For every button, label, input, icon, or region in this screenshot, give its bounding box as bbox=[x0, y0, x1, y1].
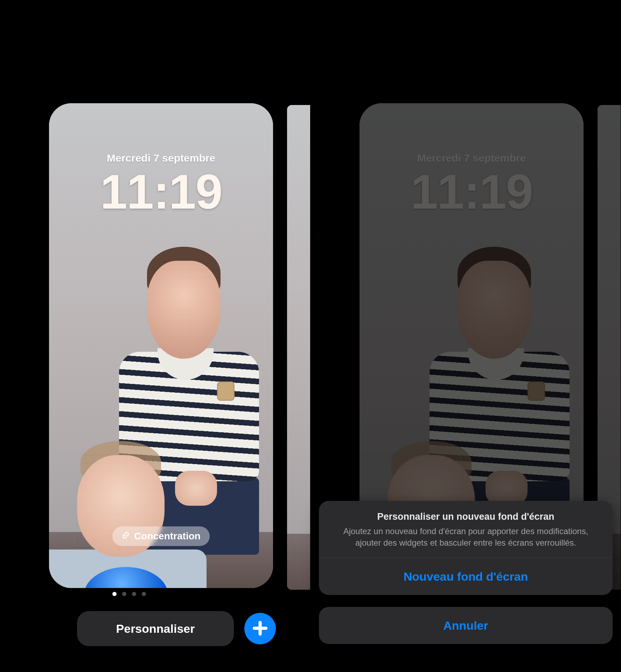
add-wallpaper-button[interactable] bbox=[244, 613, 276, 644]
page-indicator bbox=[112, 592, 146, 596]
lockscreen-preview[interactable]: Mercredi 7 septembre 11:19 Concentration bbox=[49, 103, 273, 588]
page-dot bbox=[132, 592, 136, 596]
customize-button[interactable]: Personnaliser bbox=[77, 611, 234, 646]
wallpaper-gallery-view-with-sheet: Mercredi 7 septembre 11:19 Personnaliser… bbox=[310, 0, 621, 672]
new-wallpaper-button-label: Nouveau fond d'écran bbox=[404, 570, 528, 583]
page-dot bbox=[142, 592, 146, 596]
action-sheet: Personnaliser un nouveau fond d'écran Aj… bbox=[319, 501, 613, 595]
page-dot bbox=[112, 592, 117, 596]
customize-button-label: Personnaliser bbox=[116, 622, 195, 636]
page-dot bbox=[122, 592, 126, 596]
wallpaper-gallery-view: Mercredi 7 septembre 11:19 Concentration bbox=[0, 0, 310, 672]
lockscreen-date: Mercredi 7 septembre bbox=[107, 152, 215, 164]
focus-link-label: Concentration bbox=[134, 531, 201, 542]
cancel-button[interactable]: Annuler bbox=[319, 607, 613, 644]
bottom-toolbar: Personnaliser bbox=[77, 609, 289, 648]
action-sheet-description: Ajoutez un nouveau fond d'écran pour app… bbox=[331, 526, 601, 548]
plus-icon bbox=[252, 617, 268, 640]
new-wallpaper-button[interactable]: Nouveau fond d'écran bbox=[319, 558, 613, 595]
action-sheet-header: Personnaliser un nouveau fond d'écran Aj… bbox=[319, 501, 613, 558]
lockscreen-time: 11:19 bbox=[100, 163, 222, 220]
link-icon bbox=[121, 531, 130, 542]
focus-link-chip[interactable]: Concentration bbox=[112, 526, 210, 546]
cancel-button-label: Annuler bbox=[443, 619, 488, 632]
lockscreen-preview-next[interactable] bbox=[287, 105, 310, 590]
action-sheet-title: Personnaliser un nouveau fond d'écran bbox=[331, 511, 601, 522]
action-sheet-cancel: Annuler bbox=[319, 607, 613, 644]
